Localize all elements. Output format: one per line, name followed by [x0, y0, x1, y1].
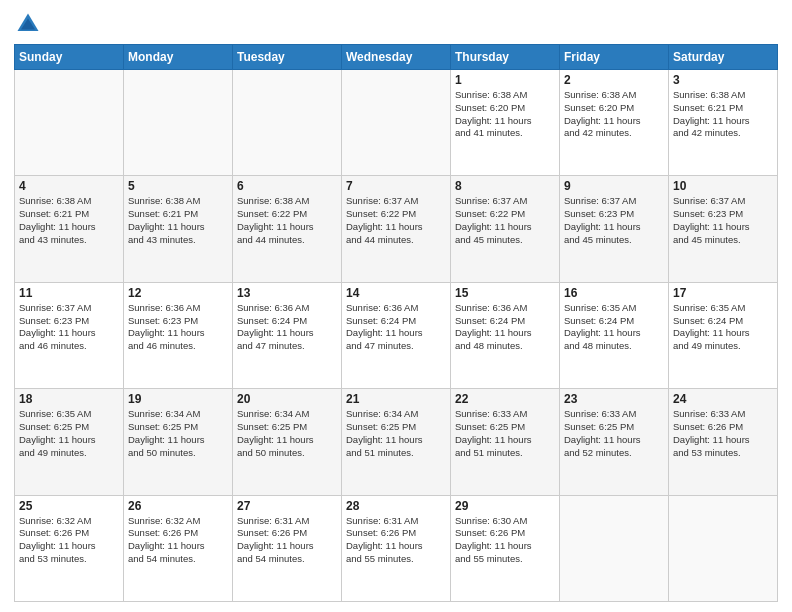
- calendar-cell: 14Sunrise: 6:36 AM Sunset: 6:24 PM Dayli…: [342, 282, 451, 388]
- calendar-header-sunday: Sunday: [15, 45, 124, 70]
- calendar-cell: [124, 70, 233, 176]
- day-info: Sunrise: 6:38 AM Sunset: 6:21 PM Dayligh…: [128, 195, 228, 246]
- calendar-header-row: SundayMondayTuesdayWednesdayThursdayFrid…: [15, 45, 778, 70]
- day-number: 23: [564, 392, 664, 406]
- logo: [14, 10, 46, 38]
- calendar-cell: 12Sunrise: 6:36 AM Sunset: 6:23 PM Dayli…: [124, 282, 233, 388]
- day-number: 24: [673, 392, 773, 406]
- day-number: 6: [237, 179, 337, 193]
- day-info: Sunrise: 6:36 AM Sunset: 6:24 PM Dayligh…: [346, 302, 446, 353]
- day-info: Sunrise: 6:36 AM Sunset: 6:24 PM Dayligh…: [455, 302, 555, 353]
- day-number: 25: [19, 499, 119, 513]
- day-number: 9: [564, 179, 664, 193]
- day-number: 2: [564, 73, 664, 87]
- day-number: 27: [237, 499, 337, 513]
- day-number: 15: [455, 286, 555, 300]
- day-number: 7: [346, 179, 446, 193]
- calendar-cell: 9Sunrise: 6:37 AM Sunset: 6:23 PM Daylig…: [560, 176, 669, 282]
- day-number: 20: [237, 392, 337, 406]
- calendar-cell: 19Sunrise: 6:34 AM Sunset: 6:25 PM Dayli…: [124, 389, 233, 495]
- day-number: 14: [346, 286, 446, 300]
- day-info: Sunrise: 6:37 AM Sunset: 6:23 PM Dayligh…: [673, 195, 773, 246]
- day-info: Sunrise: 6:33 AM Sunset: 6:25 PM Dayligh…: [564, 408, 664, 459]
- calendar-cell: 17Sunrise: 6:35 AM Sunset: 6:24 PM Dayli…: [669, 282, 778, 388]
- day-info: Sunrise: 6:38 AM Sunset: 6:22 PM Dayligh…: [237, 195, 337, 246]
- calendar-cell: 15Sunrise: 6:36 AM Sunset: 6:24 PM Dayli…: [451, 282, 560, 388]
- day-number: 18: [19, 392, 119, 406]
- calendar-cell: 3Sunrise: 6:38 AM Sunset: 6:21 PM Daylig…: [669, 70, 778, 176]
- calendar-header-tuesday: Tuesday: [233, 45, 342, 70]
- calendar-week-5: 25Sunrise: 6:32 AM Sunset: 6:26 PM Dayli…: [15, 495, 778, 601]
- calendar-cell: 11Sunrise: 6:37 AM Sunset: 6:23 PM Dayli…: [15, 282, 124, 388]
- day-info: Sunrise: 6:30 AM Sunset: 6:26 PM Dayligh…: [455, 515, 555, 566]
- day-info: Sunrise: 6:37 AM Sunset: 6:22 PM Dayligh…: [346, 195, 446, 246]
- calendar-header-monday: Monday: [124, 45, 233, 70]
- calendar-cell: 8Sunrise: 6:37 AM Sunset: 6:22 PM Daylig…: [451, 176, 560, 282]
- day-info: Sunrise: 6:37 AM Sunset: 6:22 PM Dayligh…: [455, 195, 555, 246]
- calendar-cell: 18Sunrise: 6:35 AM Sunset: 6:25 PM Dayli…: [15, 389, 124, 495]
- calendar-cell: 4Sunrise: 6:38 AM Sunset: 6:21 PM Daylig…: [15, 176, 124, 282]
- day-number: 28: [346, 499, 446, 513]
- calendar-header-saturday: Saturday: [669, 45, 778, 70]
- page: SundayMondayTuesdayWednesdayThursdayFrid…: [0, 0, 792, 612]
- day-info: Sunrise: 6:38 AM Sunset: 6:21 PM Dayligh…: [19, 195, 119, 246]
- calendar-cell: 29Sunrise: 6:30 AM Sunset: 6:26 PM Dayli…: [451, 495, 560, 601]
- day-number: 8: [455, 179, 555, 193]
- calendar-cell: [233, 70, 342, 176]
- day-number: 26: [128, 499, 228, 513]
- calendar-cell: 13Sunrise: 6:36 AM Sunset: 6:24 PM Dayli…: [233, 282, 342, 388]
- calendar-cell: [15, 70, 124, 176]
- day-info: Sunrise: 6:35 AM Sunset: 6:25 PM Dayligh…: [19, 408, 119, 459]
- calendar-cell: 26Sunrise: 6:32 AM Sunset: 6:26 PM Dayli…: [124, 495, 233, 601]
- day-info: Sunrise: 6:38 AM Sunset: 6:21 PM Dayligh…: [673, 89, 773, 140]
- day-number: 4: [19, 179, 119, 193]
- calendar-header-thursday: Thursday: [451, 45, 560, 70]
- day-number: 22: [455, 392, 555, 406]
- calendar-week-2: 4Sunrise: 6:38 AM Sunset: 6:21 PM Daylig…: [15, 176, 778, 282]
- header: [14, 10, 778, 38]
- day-info: Sunrise: 6:38 AM Sunset: 6:20 PM Dayligh…: [564, 89, 664, 140]
- calendar-cell: 1Sunrise: 6:38 AM Sunset: 6:20 PM Daylig…: [451, 70, 560, 176]
- calendar-cell: 21Sunrise: 6:34 AM Sunset: 6:25 PM Dayli…: [342, 389, 451, 495]
- day-info: Sunrise: 6:35 AM Sunset: 6:24 PM Dayligh…: [564, 302, 664, 353]
- day-info: Sunrise: 6:37 AM Sunset: 6:23 PM Dayligh…: [564, 195, 664, 246]
- day-info: Sunrise: 6:33 AM Sunset: 6:26 PM Dayligh…: [673, 408, 773, 459]
- day-info: Sunrise: 6:35 AM Sunset: 6:24 PM Dayligh…: [673, 302, 773, 353]
- day-number: 5: [128, 179, 228, 193]
- day-info: Sunrise: 6:38 AM Sunset: 6:20 PM Dayligh…: [455, 89, 555, 140]
- day-number: 21: [346, 392, 446, 406]
- calendar-cell: 2Sunrise: 6:38 AM Sunset: 6:20 PM Daylig…: [560, 70, 669, 176]
- day-info: Sunrise: 6:31 AM Sunset: 6:26 PM Dayligh…: [346, 515, 446, 566]
- calendar-week-1: 1Sunrise: 6:38 AM Sunset: 6:20 PM Daylig…: [15, 70, 778, 176]
- day-info: Sunrise: 6:32 AM Sunset: 6:26 PM Dayligh…: [19, 515, 119, 566]
- calendar-header-friday: Friday: [560, 45, 669, 70]
- calendar-cell: 23Sunrise: 6:33 AM Sunset: 6:25 PM Dayli…: [560, 389, 669, 495]
- logo-icon: [14, 10, 42, 38]
- calendar-cell: 27Sunrise: 6:31 AM Sunset: 6:26 PM Dayli…: [233, 495, 342, 601]
- day-number: 1: [455, 73, 555, 87]
- calendar-cell: [669, 495, 778, 601]
- calendar-cell: [560, 495, 669, 601]
- day-info: Sunrise: 6:37 AM Sunset: 6:23 PM Dayligh…: [19, 302, 119, 353]
- calendar-cell: 22Sunrise: 6:33 AM Sunset: 6:25 PM Dayli…: [451, 389, 560, 495]
- calendar-cell: 20Sunrise: 6:34 AM Sunset: 6:25 PM Dayli…: [233, 389, 342, 495]
- day-info: Sunrise: 6:36 AM Sunset: 6:24 PM Dayligh…: [237, 302, 337, 353]
- day-number: 19: [128, 392, 228, 406]
- calendar-cell: [342, 70, 451, 176]
- calendar-week-4: 18Sunrise: 6:35 AM Sunset: 6:25 PM Dayli…: [15, 389, 778, 495]
- day-info: Sunrise: 6:31 AM Sunset: 6:26 PM Dayligh…: [237, 515, 337, 566]
- calendar-cell: 6Sunrise: 6:38 AM Sunset: 6:22 PM Daylig…: [233, 176, 342, 282]
- calendar-table: SundayMondayTuesdayWednesdayThursdayFrid…: [14, 44, 778, 602]
- calendar-week-3: 11Sunrise: 6:37 AM Sunset: 6:23 PM Dayli…: [15, 282, 778, 388]
- calendar-cell: 10Sunrise: 6:37 AM Sunset: 6:23 PM Dayli…: [669, 176, 778, 282]
- day-number: 3: [673, 73, 773, 87]
- calendar-cell: 24Sunrise: 6:33 AM Sunset: 6:26 PM Dayli…: [669, 389, 778, 495]
- day-number: 12: [128, 286, 228, 300]
- day-number: 11: [19, 286, 119, 300]
- calendar-header-wednesday: Wednesday: [342, 45, 451, 70]
- calendar-cell: 25Sunrise: 6:32 AM Sunset: 6:26 PM Dayli…: [15, 495, 124, 601]
- day-number: 13: [237, 286, 337, 300]
- day-info: Sunrise: 6:33 AM Sunset: 6:25 PM Dayligh…: [455, 408, 555, 459]
- calendar-cell: 28Sunrise: 6:31 AM Sunset: 6:26 PM Dayli…: [342, 495, 451, 601]
- day-number: 17: [673, 286, 773, 300]
